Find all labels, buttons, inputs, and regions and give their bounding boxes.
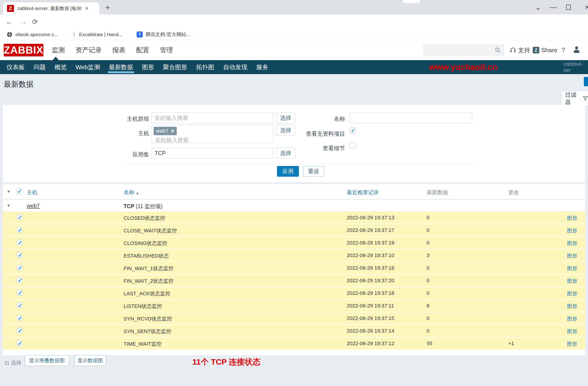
name-input[interactable] <box>350 113 472 123</box>
row-checkbox[interactable]: ✓ <box>17 328 22 333</box>
support-label: 支持 <box>518 46 530 54</box>
row-checkbox[interactable]: ✓ <box>17 214 22 220</box>
subnav-discovery[interactable]: 自动发现 <box>220 60 251 74</box>
bookmark-item[interactable]: Excalidraw | Hand... <box>72 31 122 38</box>
show-details-checkbox[interactable]: ✓ <box>350 142 356 148</box>
row-checkbox[interactable]: ✓ <box>17 252 22 258</box>
nav-administration[interactable]: 管理 <box>157 46 176 55</box>
graph-link[interactable]: 图形 <box>567 215 577 222</box>
application-input[interactable] <box>151 148 273 159</box>
filter-panel: 主机群组 选择 主机 web7 ✕ 在此输入搜索 选择 应用集 选择 名称 查看… <box>3 105 585 182</box>
server-name-label: zabbix4-ser <box>564 60 588 74</box>
item-rows: ✓ CLOSED状态监控 2022-06-29 19:37:13 0 图形 ✓ … <box>3 212 585 350</box>
display-graph-button[interactable]: 显示数据图 <box>75 355 106 366</box>
host-multiselect[interactable]: web7 ✕ 在此输入搜索 <box>151 125 273 143</box>
item-last-check: 2022-06-29 19:37:16 <box>347 265 394 271</box>
tab-close-icon[interactable]: ✕ <box>85 6 89 11</box>
host-chip[interactable]: web7 ✕ <box>154 127 177 135</box>
subnav-problems[interactable]: 问题 <box>30 60 49 74</box>
subnav-latest-data[interactable]: 最新数据 <box>105 60 136 74</box>
item-last-value: 0 <box>427 278 429 284</box>
subnav-screens[interactable]: 聚合图形 <box>160 60 190 74</box>
graph-link[interactable]: 图形 <box>567 252 577 259</box>
row-checkbox[interactable]: ✓ <box>17 277 22 283</box>
subnav-maps[interactable]: 拓扑图 <box>193 60 217 74</box>
row-checkbox[interactable]: ✓ <box>17 240 22 245</box>
graph-link[interactable]: 图形 <box>567 328 577 335</box>
filter-tab[interactable]: 过滤器 <box>562 91 588 105</box>
tab-search-chevron-icon[interactable]: ⌄ <box>535 0 541 15</box>
browser-tab[interactable]: Z zabbix4-server: 最新数据 [每30 ✕ <box>3 2 99 15</box>
item-last-value: 0 <box>427 290 429 296</box>
filter-divider <box>125 164 473 164</box>
display-stacked-graph-button[interactable]: 显示堆叠数据图 <box>25 355 69 366</box>
subnav-graphs[interactable]: 图形 <box>139 60 157 74</box>
collapse-all-icon[interactable]: ▼ <box>6 189 11 194</box>
row-checkbox[interactable]: ✓ <box>17 315 22 321</box>
main-nav: 监测 资产记录 报表 配置 管理 <box>49 40 176 60</box>
table-row: ✓ CLOSED状态监控 2022-06-29 19:37:13 0 图形 <box>3 212 585 223</box>
watermark-text: www.yuchaoit.cn <box>429 60 497 74</box>
row-checkbox[interactable]: ✓ <box>17 340 22 346</box>
bookmark-item[interactable]: ebook.apecome.c... <box>6 31 58 38</box>
kiosk-mode-button[interactable] <box>584 77 588 86</box>
column-host[interactable]: 主机 <box>27 189 38 196</box>
column-last-check[interactable]: 最近检查记录 <box>347 189 379 196</box>
row-checkbox[interactable]: ✓ <box>17 227 22 233</box>
collapse-group-icon[interactable]: ▼ <box>6 203 11 208</box>
host-label: 主机 <box>103 130 149 137</box>
graph-link[interactable]: 图形 <box>567 227 577 234</box>
back-icon[interactable]: ← <box>6 15 13 29</box>
graph-link[interactable]: 图形 <box>567 265 577 272</box>
host-name-link[interactable]: web7 <box>27 203 40 209</box>
bookmark-item[interactable]: T 腾讯文档-官方网站... <box>137 31 190 38</box>
graph-link[interactable]: 图形 <box>567 278 577 284</box>
row-checkbox[interactable]: ✓ <box>17 303 22 308</box>
graph-link[interactable]: 图形 <box>567 240 577 247</box>
graph-link[interactable]: 图形 <box>567 341 577 347</box>
subnav-web[interactable]: Web监测 <box>72 60 103 74</box>
reload-icon[interactable]: ⟳ <box>32 15 38 29</box>
nav-inventory[interactable]: 资产记录 <box>73 46 105 55</box>
window-maximize-button[interactable] <box>566 0 571 15</box>
nav-reports[interactable]: 报表 <box>110 46 128 55</box>
subnav-overview[interactable]: 概览 <box>51 60 70 74</box>
table-row: ✓ FIN_WAIT_2状态监控 2022-06-29 19:37:20 0 图… <box>3 275 585 286</box>
header-search-input[interactable] <box>423 44 504 56</box>
squiggle-icon <box>72 31 76 38</box>
tencent-docs-icon: T <box>137 31 143 38</box>
window-close-button[interactable]: ✕ <box>585 0 588 15</box>
reset-button[interactable]: 重设 <box>303 166 324 177</box>
application-select-button[interactable]: 选择 <box>276 148 295 159</box>
host-group-input[interactable] <box>151 113 273 123</box>
screen: Z zabbix4-server: 最新数据 [每30 ✕ + ⌄ — ✕ ← … <box>0 0 588 386</box>
subnav-dashboard[interactable]: 仪表板 <box>3 60 28 74</box>
support-link[interactable]: 支持 <box>510 40 530 60</box>
column-name[interactable]: 名称▲ <box>124 189 139 196</box>
graph-link[interactable]: 图形 <box>567 315 577 322</box>
share-link[interactable]: Z Share <box>533 40 557 60</box>
host-group-select-button[interactable]: 选择 <box>276 113 295 123</box>
row-checkbox[interactable]: ✓ <box>17 290 22 296</box>
table-row: ✓ CLOSE_WAIT状态监控 2022-06-29 19:37:17 0 图… <box>3 224 585 236</box>
show-without-data-checkbox[interactable]: ✓ <box>350 128 356 134</box>
nav-monitoring[interactable]: 监测 <box>49 46 68 55</box>
row-checkbox[interactable]: ✓ <box>17 265 22 270</box>
item-name: SYN_SENT状态监控 <box>124 328 171 335</box>
browser-toolbar: ← → ⟳ ⚠ 不安全 10.0.0.61/zabbix/latest.php?… <box>0 15 588 29</box>
nav-configuration[interactable]: 配置 <box>133 46 152 55</box>
apply-button[interactable]: 应用 <box>277 166 299 177</box>
help-link[interactable]: ? <box>561 40 565 60</box>
item-last-check: 2022-06-29 19:37:17 <box>347 227 394 233</box>
forward-icon[interactable]: → <box>20 15 27 29</box>
graph-link[interactable]: 图形 <box>567 303 577 310</box>
zabbix-logo[interactable]: ZABBIX <box>4 44 43 56</box>
user-profile-icon[interactable] <box>572 40 581 60</box>
graph-link[interactable]: 图形 <box>567 290 577 297</box>
item-last-check: 2022-06-29 19:37:18 <box>347 290 394 296</box>
select-all-checkbox[interactable]: ✓ <box>16 188 22 194</box>
window-minimize-button[interactable]: — <box>550 0 557 15</box>
chip-remove-icon[interactable]: ✕ <box>171 128 175 134</box>
new-tab-button[interactable]: + <box>105 2 110 13</box>
subnav-services[interactable]: 服务 <box>253 60 272 74</box>
